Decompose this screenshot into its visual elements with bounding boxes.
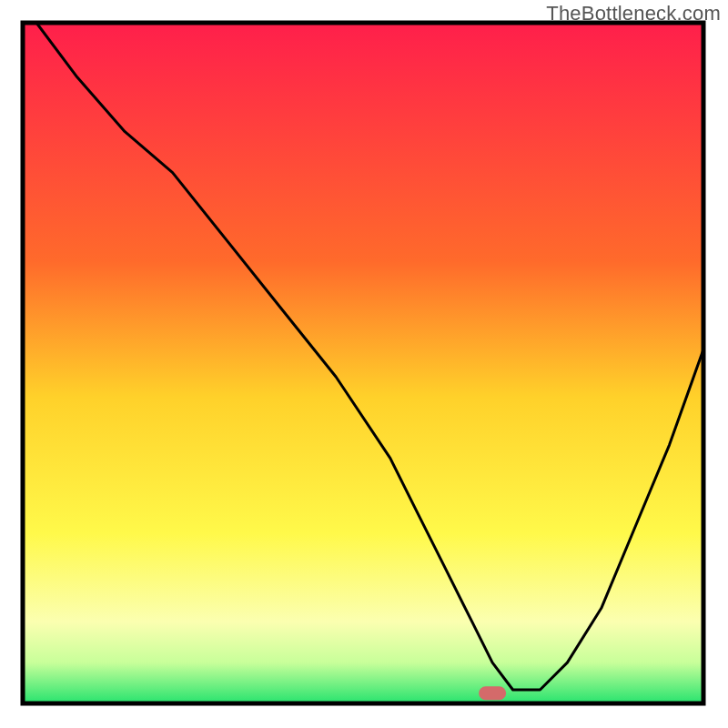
chart-svg xyxy=(0,0,728,728)
plot-background xyxy=(23,23,703,703)
watermark-label: TheBottleneck.com xyxy=(546,2,721,25)
bottleneck-chart: TheBottleneck.com xyxy=(0,0,728,728)
optimal-point-marker xyxy=(479,686,506,700)
